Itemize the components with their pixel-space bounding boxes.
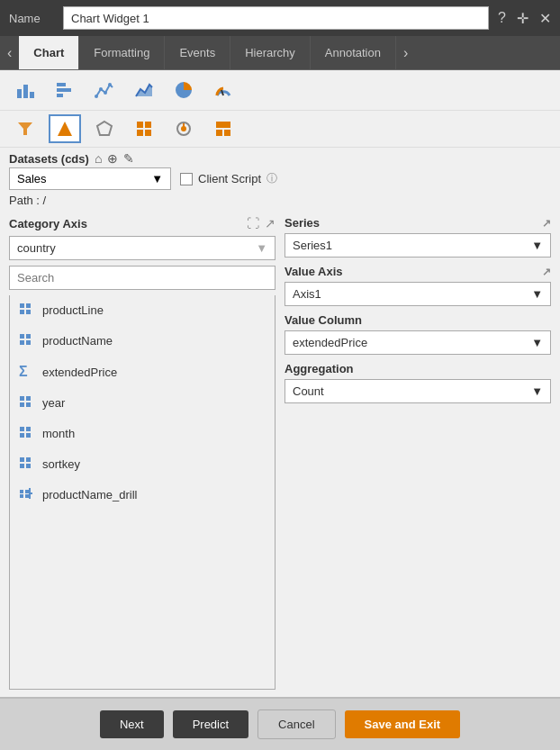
series-dropdown[interactable]: Series1 ▼	[285, 233, 551, 258]
svg-rect-17	[145, 130, 151, 136]
cancel-button[interactable]: Cancel	[257, 709, 335, 739]
aggregation-group: Aggregation Count ▼	[285, 362, 551, 403]
value-column-dropdown[interactable]: extendedPrice ▼	[285, 330, 551, 355]
aggregation-dropdown[interactable]: Count ▼	[285, 379, 551, 403]
svg-rect-44	[20, 490, 23, 493]
svg-rect-45	[25, 490, 29, 493]
chart-bar-v-button[interactable]	[9, 76, 41, 104]
item-label: sortkey	[42, 457, 80, 471]
right-column: Series ↗ Series1 ▼ Value Axis ↗ Ax	[285, 216, 551, 690]
subtype-filter-button[interactable]	[9, 114, 41, 143]
value-axis-dropdown[interactable]: Axis1 ▼	[285, 282, 551, 306]
svg-rect-39	[26, 433, 31, 438]
list-item[interactable]: year	[10, 388, 275, 419]
path-row: Path : /	[0, 192, 560, 209]
line-icon	[95, 80, 114, 100]
datasets-add-button[interactable]: ⊕	[107, 151, 118, 166]
list-item[interactable]: productName	[10, 326, 275, 357]
svg-rect-15	[145, 122, 151, 128]
dataset-dropdown[interactable]: Sales ▼	[9, 167, 171, 190]
client-script-info-icon: ⓘ	[266, 171, 277, 186]
svg-rect-4	[57, 88, 71, 92]
chart-bar-h-button[interactable]	[49, 76, 81, 104]
value-axis-selected: Axis1	[293, 287, 321, 301]
tab-chart[interactable]: Chart	[19, 36, 79, 69]
svg-rect-16	[137, 130, 143, 136]
datasets-home-button[interactable]: ⌂	[95, 151, 102, 166]
svg-rect-28	[20, 334, 24, 339]
svg-marker-13	[97, 122, 112, 135]
svg-rect-34	[20, 402, 24, 407]
move-icon[interactable]: ✛	[517, 10, 528, 27]
aggregation-selected: Count	[293, 384, 324, 398]
subtype-triangle-button[interactable]	[49, 114, 81, 143]
subtype-grid-split-button[interactable]	[207, 114, 239, 143]
next-button[interactable]: Next	[100, 710, 164, 738]
series-group: Series ↗ Series1 ▼	[285, 216, 551, 258]
pie-icon	[174, 80, 194, 100]
svg-marker-10	[136, 85, 152, 96]
item-label: year	[42, 396, 65, 410]
svg-rect-23	[224, 130, 230, 136]
client-script-checkbox[interactable]	[180, 173, 193, 185]
value-column-group: Value Column extendedPrice ▼	[285, 313, 551, 355]
chart-gauge-button[interactable]	[207, 76, 239, 104]
tab-annotation[interactable]: Annotation	[311, 36, 396, 69]
tab-hierarchy[interactable]: Hierarchy	[230, 36, 311, 69]
svg-rect-24	[20, 303, 24, 308]
path-label: Path :	[9, 194, 40, 207]
category-axis-arrow-icon[interactable]: ↗	[265, 216, 275, 230]
subtype-grid4-button[interactable]	[128, 114, 160, 143]
item-grid-icon	[19, 426, 35, 441]
value-column-chevron-icon: ▼	[531, 336, 543, 349]
predict-button[interactable]: Predict	[173, 710, 248, 738]
value-axis-label: Value Axis	[285, 265, 343, 278]
chart-subtype-row	[0, 111, 560, 148]
help-icon[interactable]: ?	[498, 10, 506, 27]
series-label: Series	[285, 216, 320, 230]
svg-rect-27	[26, 310, 31, 314]
subtype-pentagon-button[interactable]	[88, 114, 121, 143]
datasets-edit-button[interactable]: ✎	[123, 151, 134, 166]
pentagon-icon	[95, 120, 113, 138]
chart-line-button[interactable]	[88, 76, 121, 104]
svg-rect-35	[26, 402, 31, 407]
dataset-selected: Sales	[17, 172, 47, 185]
value-column-label: Value Column	[285, 313, 362, 327]
name-input[interactable]	[63, 6, 489, 30]
tab-prev-button[interactable]: ‹	[0, 36, 19, 69]
list-item[interactable]: sortkey	[10, 449, 275, 480]
subtype-dial-button[interactable]	[167, 114, 200, 143]
category-axis-network-icon[interactable]: ⛶	[247, 216, 259, 230]
list-item[interactable]: Σ extendedPrice	[10, 357, 275, 388]
save-exit-button[interactable]: Save and Exit	[345, 710, 461, 738]
svg-rect-42	[20, 464, 24, 468]
category-list-container: productLine productName Σ extende	[9, 295, 275, 690]
tab-next-button[interactable]: ›	[396, 36, 415, 69]
value-column-selected: extendedPrice	[293, 336, 367, 349]
close-icon[interactable]: ✕	[539, 10, 551, 27]
svg-rect-21	[216, 122, 230, 128]
chart-area-button[interactable]	[128, 76, 160, 104]
triangle-icon	[56, 120, 74, 138]
list-item[interactable]: month	[10, 419, 275, 449]
chart-pie-button[interactable]	[167, 76, 200, 104]
path-value: /	[43, 194, 47, 207]
category-axis-dropdown[interactable]: country ▼	[9, 236, 275, 260]
series-selected: Series1	[293, 239, 332, 252]
svg-rect-26	[20, 310, 24, 314]
search-input[interactable]	[10, 267, 275, 289]
item-sigma-icon: Σ	[19, 364, 35, 380]
list-item[interactable]: productName_drill	[10, 480, 275, 511]
list-item[interactable]: productLine	[10, 295, 275, 326]
main-container: Name ? ✛ ✕ ‹ Chart Formatting Events Hie…	[0, 0, 560, 750]
tab-events[interactable]: Events	[165, 36, 230, 69]
item-label: productName	[42, 334, 113, 348]
svg-rect-47	[25, 494, 29, 498]
category-axis-title: Category Axis	[9, 217, 87, 230]
item-label: extendedPrice	[42, 366, 117, 379]
tab-formatting[interactable]: Formatting	[79, 36, 165, 69]
svg-rect-37	[26, 427, 31, 431]
grid-split-icon	[214, 120, 232, 138]
svg-rect-41	[26, 457, 31, 462]
